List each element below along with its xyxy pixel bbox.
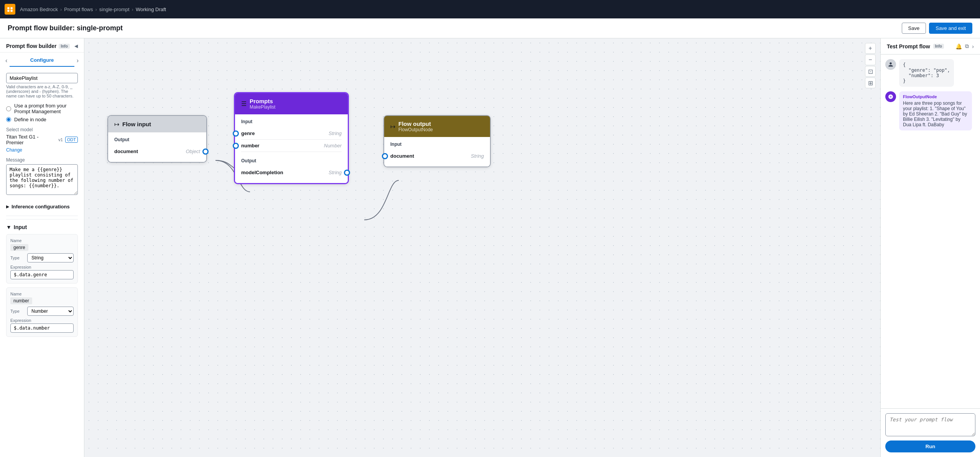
breadcrumb: Amazon Bedrock › Prompt flows › single-p…	[20, 7, 166, 12]
genre-type-row: Type String Number Boolean	[10, 253, 74, 262]
prompts-genre-connector-in[interactable]	[233, 130, 239, 137]
prompts-output-label: Output	[241, 158, 342, 163]
sidebar-nav-next[interactable]: ›	[74, 56, 81, 65]
model-odt-badge: ODT	[65, 137, 78, 143]
page-title: Prompt flow builder: single-prompt	[8, 24, 123, 32]
node-prompts-title: Prompts	[250, 98, 275, 104]
chat-user-bubble: { "genre": "pop", "number": 3 }	[899, 59, 954, 87]
node-flow-input-header: ↦ Flow input	[108, 116, 206, 132]
chat-user-msg: { "genre": "pop", "number": 3 }	[885, 59, 975, 87]
right-panel-info-badge: Info	[933, 44, 944, 49]
node-flow-input-body: Output document Object	[108, 132, 206, 162]
left-sidebar: Prompt flow builder Info ◀ ‹ Configure ›…	[0, 38, 84, 457]
right-panel-footer: Run	[881, 408, 980, 457]
flow-input-document-row: document Object	[114, 145, 200, 157]
chat-user-avatar	[885, 59, 896, 70]
sidebar-nav: ‹ Configure ›	[0, 53, 84, 68]
radio-define-in-node-label: Define in node	[14, 117, 46, 122]
prompts-completion-name: modelCompletion	[241, 170, 283, 175]
connections-svg	[84, 38, 880, 457]
main-layout: Prompt flow builder Info ◀ ‹ Configure ›…	[0, 38, 980, 457]
right-panel-title: Test Prompt flow Info	[887, 43, 944, 49]
number-type-select[interactable]: Number String Boolean	[27, 307, 74, 316]
input-section-arrow-icon: ▼	[6, 224, 12, 230]
prompts-genre-name: genre	[241, 130, 255, 136]
right-panel-actions: 🔔 ⧉ ›	[955, 43, 974, 49]
sidebar-header: Prompt flow builder Info ◀	[0, 38, 84, 53]
number-name-label: Name	[10, 292, 74, 296]
sidebar-title: Prompt flow builder	[6, 43, 56, 49]
prompts-genre-row: genre String	[241, 127, 342, 140]
genre-name-label: Name	[10, 238, 74, 243]
right-panel-bell-btn[interactable]: 🔔	[955, 43, 962, 49]
node-prompts: ☰ Prompts MakePlaylist Input genre Strin…	[234, 92, 349, 184]
radio-prompt-management[interactable]: Use a prompt from your Prompt Management	[6, 103, 78, 114]
right-panel-header: Test Prompt flow Info 🔔 ⧉ ›	[881, 38, 980, 54]
run-button[interactable]: Run	[885, 441, 975, 452]
divider-1	[6, 216, 78, 216]
node-prompts-subtitle: MakePlaylist	[250, 104, 275, 110]
sidebar-title-row: Prompt flow builder Info	[6, 43, 70, 49]
zoom-in-btn[interactable]: +	[865, 43, 876, 54]
prompts-completion-type: String	[329, 170, 342, 175]
node-name-input[interactable]	[6, 73, 78, 83]
canvas-controls: + − ⊡ ⊞	[865, 43, 876, 88]
number-expr-label: Expression	[10, 318, 74, 323]
node-flow-output-body: Input document String	[384, 137, 490, 167]
model-version: v1	[58, 137, 63, 142]
inference-toggle-label: Inference configurations	[12, 204, 70, 210]
svg-rect-0	[7, 7, 9, 9]
right-panel-copy-btn[interactable]: ⧉	[965, 43, 969, 49]
fit-btn[interactable]: ⊡	[865, 66, 876, 77]
reset-btn[interactable]: ⊞	[865, 78, 876, 88]
sidebar-nav-prev[interactable]: ‹	[3, 56, 10, 65]
radio-define-in-node-input[interactable]	[6, 117, 11, 122]
header-bar: Prompt flow builder: single-prompt Save …	[0, 18, 980, 38]
zoom-out-btn[interactable]: −	[865, 54, 876, 65]
number-expr-input[interactable]	[10, 323, 74, 333]
prompts-number-connector-in[interactable]	[233, 143, 239, 149]
radio-prompt-management-input[interactable]	[6, 106, 11, 111]
radio-define-in-node[interactable]: Define in node	[6, 117, 78, 122]
prompts-number-row: number Number	[241, 140, 342, 152]
breadcrumb-single-prompt[interactable]: single-prompt	[99, 7, 130, 12]
save-exit-button[interactable]: Save and exit	[929, 23, 972, 34]
canvas-area: + − ⊡ ⊞ ↦ Flow input Output document	[84, 38, 880, 457]
prompts-completion-row: modelCompletion String	[241, 167, 342, 178]
flow-output-input-label: Input	[390, 142, 484, 147]
right-panel: Test Prompt flow Info 🔔 ⧉ › { "genre": "…	[880, 38, 980, 457]
inference-toggle[interactable]: ▶ Inference configurations	[6, 201, 78, 213]
flow-output-doc-type: String	[471, 153, 484, 159]
sidebar-info-badge: Info	[59, 44, 69, 49]
node-flow-output-header: ↦ Flow output FlowOutputNode	[384, 116, 490, 137]
model-change-link[interactable]: Change	[6, 147, 22, 153]
breadcrumb-prompt-flows[interactable]: Prompt flows	[64, 7, 93, 12]
right-panel-collapse-btn[interactable]: ›	[972, 43, 974, 49]
genre-type-select[interactable]: String Number Boolean	[27, 253, 74, 262]
test-input[interactable]	[885, 413, 975, 436]
genre-expr-input[interactable]	[10, 270, 74, 279]
breadcrumb-current: Working Draft	[136, 7, 166, 12]
flow-input-connector-out[interactable]	[202, 148, 209, 155]
node-name-hint: Valid characters are a-z, A-Z, 0-9, _ (u…	[6, 84, 78, 98]
tab-configure[interactable]: Configure	[10, 54, 74, 67]
prompt-source-group: Use a prompt from your Prompt Management…	[6, 103, 78, 122]
header-actions: Save Save and exit	[902, 23, 972, 34]
message-textarea[interactable]: Make me a {{genre}} playlist consisting …	[6, 164, 78, 195]
flow-output-doc-connector-in[interactable]	[382, 153, 388, 159]
sidebar-collapse-btn[interactable]: ◀	[74, 43, 78, 49]
genre-type-label: Type	[10, 256, 24, 260]
prompts-genre-type: String	[329, 130, 342, 136]
svg-rect-3	[11, 10, 13, 12]
breadcrumb-amazon-bedrock[interactable]: Amazon Bedrock	[20, 7, 58, 12]
prompts-number-type: Number	[324, 143, 342, 148]
node-name-group: Valid characters are a-z, A-Z, 0-9, _ (u…	[6, 73, 78, 98]
model-group: Select model Titan Text G1 - Premier v1 …	[6, 127, 78, 153]
connection-prompts-output	[364, 180, 399, 220]
prompts-completion-connector-out[interactable]	[344, 170, 350, 176]
flow-output-document-row: document String	[390, 150, 484, 162]
input-section: ▼ Input Name genre Type String Number Bo…	[6, 219, 78, 337]
right-panel-body: { "genre": "pop", "number": 3 } FlowOutp…	[881, 54, 980, 408]
save-button[interactable]: Save	[902, 23, 926, 34]
prompts-input-label: Input	[241, 119, 342, 124]
